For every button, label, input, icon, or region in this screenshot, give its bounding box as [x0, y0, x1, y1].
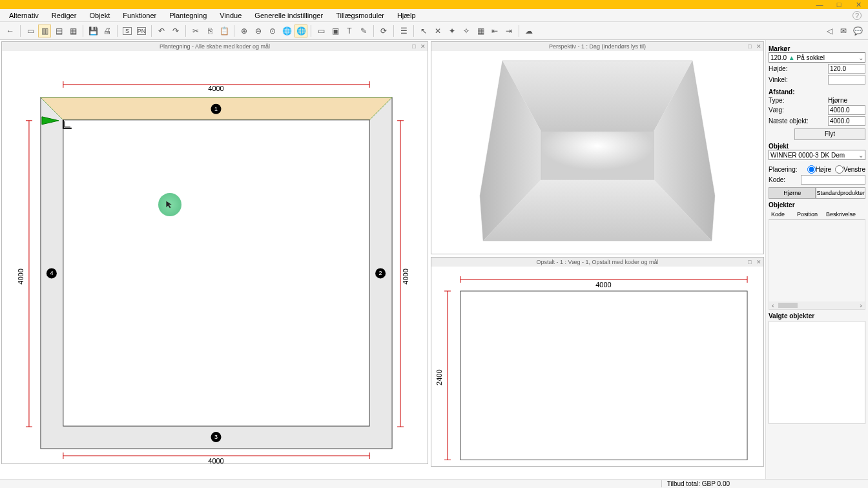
perspective-title-text: Perspektiv - 1 : Dag (indendørs lys til)	[549, 43, 646, 50]
objekter-list[interactable]: ‹ ›	[769, 219, 865, 310]
markor-sokkel-text: På sokkel	[797, 54, 825, 61]
tool-a-icon[interactable]: ▭	[315, 25, 327, 37]
col-beskrivelse: Beskrivelse	[823, 210, 858, 219]
align1-icon[interactable]: ⇤	[488, 25, 501, 37]
menu-bar: Alternativ Rediger Objekt Funktioner Pla…	[0, 9, 868, 22]
snap1-icon[interactable]: ✕	[431, 25, 444, 37]
globe2-icon[interactable]: 🌐	[294, 25, 307, 37]
menu-plantegning[interactable]: Plantegning	[163, 10, 213, 21]
layout-2-icon[interactable]: ▥	[38, 25, 51, 37]
snap2-icon[interactable]: ✦	[446, 25, 459, 37]
perspective-canvas[interactable]	[431, 51, 763, 254]
persp-max-icon[interactable]: □	[747, 42, 753, 51]
plan-canvas[interactable]: 4000 4000 4000 4000	[2, 51, 428, 463]
text-icon[interactable]: T	[343, 25, 356, 37]
title-bar: — □ ✕	[0, 0, 868, 9]
menu-rediger[interactable]: Rediger	[45, 10, 83, 21]
help-icon[interactable]: ?	[852, 11, 862, 20]
align2-icon[interactable]: ⇥	[502, 25, 515, 37]
zoom-out-icon[interactable]: ⊖	[252, 25, 265, 37]
undo-icon[interactable]: ↶	[155, 25, 168, 37]
chat-icon[interactable]: 💬	[851, 25, 864, 37]
svg-text:3: 3	[214, 434, 218, 440]
properties-panel: Markør 120.0 ▲ På sokkel ⌄ Højde: Vinkel…	[765, 40, 868, 479]
markor-value: 120.0	[770, 54, 787, 61]
cut-icon[interactable]: ✂	[189, 25, 202, 37]
paste-icon[interactable]: 📋	[218, 25, 231, 37]
status-bar: Tilbud total: GBP 0.00	[0, 479, 868, 488]
menu-alternativ[interactable]: Alternativ	[3, 10, 45, 21]
vinkel-input[interactable]	[828, 75, 865, 85]
mail-icon[interactable]: ✉	[837, 25, 850, 37]
snap3-icon[interactable]: ✧	[460, 25, 473, 37]
menu-tillaeg[interactable]: Tillægsmoduler	[329, 10, 391, 21]
save-icon[interactable]: 💾	[87, 25, 99, 37]
globe1-icon[interactable]: 🌐	[280, 25, 293, 37]
objekt-value: WINNER 0000-3 DK Dem	[770, 152, 845, 159]
scroll-left-icon[interactable]: ‹	[769, 302, 777, 309]
menu-generelle[interactable]: Generelle indstillinger	[248, 10, 329, 21]
vaeg-input[interactable]	[828, 105, 865, 115]
naeste-label: Næste objekt:	[769, 117, 828, 125]
zoom-fit-icon[interactable]: ⊙	[266, 25, 279, 37]
pointer-icon[interactable]: ↖	[417, 25, 430, 37]
tool-b-icon[interactable]: ▣	[329, 25, 342, 37]
toolbar: ← ▭ ▥ ▤ ▦ 💾 🖨 S PN ↶ ↷ ✂ ⎘ 📋 ⊕ ⊖ ⊙ 🌐 🌐 ▭…	[0, 22, 868, 40]
valgte-label: Valgte objekter	[769, 312, 865, 320]
grid-icon[interactable]: ▦	[474, 25, 487, 37]
vinkel-label: Vinkel:	[769, 76, 828, 83]
elevation-canvas[interactable]: 4000 2400	[431, 267, 763, 466]
naeste-input[interactable]	[828, 116, 865, 126]
persp-close-icon[interactable]: ✕	[756, 42, 762, 51]
plan-window: Plantegning - Alle skabe med koder og må…	[1, 41, 428, 464]
flyt-button[interactable]: Flyt	[794, 128, 865, 140]
plan-max-icon[interactable]: □	[411, 42, 417, 51]
window-controls: — □ ✕	[810, 1, 868, 9]
layout-1-icon[interactable]: ▭	[24, 25, 37, 37]
menu-vindue[interactable]: Vindue	[213, 10, 248, 21]
placering-venstre-radio[interactable]	[835, 165, 843, 174]
chevron-down-icon: ⌄	[858, 152, 863, 159]
elev-max-icon[interactable]: □	[747, 258, 753, 267]
tool-d-icon[interactable]: ✎	[357, 25, 370, 37]
markor-label: Markør	[769, 45, 865, 52]
afstand-label: Afstand:	[769, 88, 865, 96]
hojde-input[interactable]	[828, 64, 865, 74]
kode-label: Kode:	[769, 176, 801, 183]
markor-select[interactable]: 120.0 ▲ På sokkel ⌄	[769, 52, 865, 63]
list-icon[interactable]: ☰	[397, 25, 410, 37]
back-button[interactable]: ←	[4, 25, 17, 37]
minimize-button[interactable]: —	[810, 1, 829, 9]
elev-close-icon[interactable]: ✕	[756, 258, 762, 267]
menu-objekt[interactable]: Objekt	[83, 10, 116, 21]
pn-button[interactable]: PN	[135, 25, 148, 37]
objekt-select[interactable]: WINNER 0000-3 DK Dem ⌄	[769, 150, 865, 160]
maximize-button[interactable]: □	[829, 1, 849, 9]
layout-3-icon[interactable]: ▤	[52, 25, 65, 37]
objekt-label: Objekt	[769, 143, 865, 150]
plan-title-text: Plantegning - Alle skabe med koder og må…	[160, 43, 270, 50]
render-icon[interactable]: ☁	[522, 25, 535, 37]
hojre-text: Højre	[816, 166, 831, 173]
horizontal-scrollbar[interactable]: ‹ ›	[769, 301, 865, 309]
scroll-right-icon[interactable]: ›	[857, 302, 865, 309]
close-button[interactable]: ✕	[849, 1, 868, 9]
svg-text:4000: 4000	[595, 281, 611, 289]
tab-standard[interactable]: Standardprodukter	[816, 187, 865, 199]
s-button[interactable]: S	[121, 25, 134, 37]
copy-icon[interactable]: ⎘	[203, 25, 216, 37]
kode-input[interactable]	[801, 175, 865, 185]
menu-hjaelp[interactable]: Hjælp	[391, 10, 422, 21]
plan-close-icon[interactable]: ✕	[420, 42, 426, 51]
menu-funktioner[interactable]: Funktioner	[116, 10, 163, 21]
refresh-icon[interactable]: ⟳	[377, 25, 390, 37]
zoom-in-icon[interactable]: ⊕	[238, 25, 251, 37]
placering-hojre-radio[interactable]	[807, 165, 816, 174]
layout-4-icon[interactable]: ▦	[67, 25, 79, 37]
valgte-objekter-box[interactable]	[769, 321, 865, 424]
tab-hjorne[interactable]: Hjørne	[769, 187, 816, 199]
redo-icon[interactable]: ↷	[169, 25, 182, 37]
scroll-thumb[interactable]	[778, 303, 798, 308]
print-icon[interactable]: 🖨	[101, 25, 114, 37]
flag-icon[interactable]: ◁	[823, 25, 836, 37]
